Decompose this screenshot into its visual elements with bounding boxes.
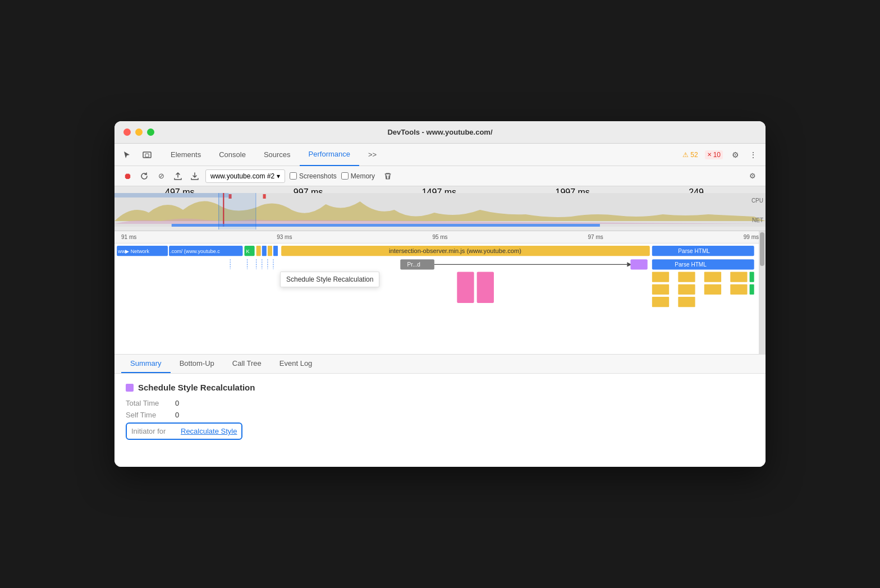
tab-sources[interactable]: Sources bbox=[255, 144, 300, 166]
svg-rect-19 bbox=[268, 246, 272, 256]
svg-rect-8 bbox=[218, 193, 255, 229]
svg-rect-44 bbox=[704, 272, 721, 282]
window-title: DevTools - www.youtube.com/ bbox=[387, 128, 492, 136]
record-button[interactable]: ⏺ bbox=[121, 170, 134, 182]
download-button[interactable] bbox=[189, 170, 201, 182]
timeline-overview[interactable]: 497 ms 997 ms 1497 ms 1997 ms 249 bbox=[114, 186, 766, 231]
svg-rect-42 bbox=[678, 272, 695, 282]
svg-rect-54 bbox=[730, 284, 747, 295]
error-badge[interactable]: ✕ 10 bbox=[705, 150, 723, 159]
tab-elements[interactable]: Elements bbox=[162, 144, 210, 166]
svg-rect-41 bbox=[671, 272, 676, 282]
settings-icon[interactable]: ⚙ bbox=[730, 149, 741, 160]
svg-rect-57 bbox=[671, 297, 676, 307]
maximize-button[interactable] bbox=[147, 128, 154, 136]
initiator-row: Initiator for Recalculate Style bbox=[126, 422, 242, 440]
self-time-label: Self Time bbox=[126, 411, 171, 419]
upload-button[interactable] bbox=[172, 170, 184, 182]
summary-content: Schedule Style Recalculation Total Time … bbox=[114, 374, 766, 449]
total-time-row: Total Time 0 bbox=[126, 399, 754, 407]
svg-rect-58 bbox=[678, 297, 695, 307]
svg-rect-45 bbox=[723, 272, 728, 282]
responsive-icon[interactable] bbox=[141, 149, 153, 160]
trash-icon[interactable] bbox=[382, 170, 394, 182]
memory-checkbox[interactable] bbox=[341, 172, 349, 180]
svg-rect-51 bbox=[698, 284, 702, 295]
initiator-link[interactable]: Recalculate Style bbox=[181, 427, 237, 435]
svg-rect-52 bbox=[704, 284, 721, 295]
svg-text:.com/ (www.youtube.c: .com/ (www.youtube.c bbox=[170, 249, 220, 254]
titlebar: DevTools - www.youtube.com/ bbox=[114, 121, 766, 144]
tab-performance[interactable]: Performance bbox=[300, 144, 359, 166]
svg-rect-56 bbox=[652, 297, 669, 307]
svg-rect-17 bbox=[256, 246, 261, 256]
scrollbar[interactable] bbox=[759, 231, 766, 354]
close-button[interactable] bbox=[123, 128, 131, 136]
initiator-label: Initiator for bbox=[131, 427, 176, 435]
svg-rect-1 bbox=[145, 154, 149, 157]
more-tabs[interactable]: >> bbox=[359, 144, 386, 166]
tab-event-log[interactable]: Event Log bbox=[271, 355, 322, 373]
tab-call-tree[interactable]: Call Tree bbox=[223, 355, 271, 373]
tick-99: 99 ms bbox=[744, 234, 759, 240]
svg-rect-38 bbox=[457, 272, 474, 304]
minimize-button[interactable] bbox=[135, 128, 143, 136]
devtools-window: DevTools - www.youtube.com/ Elements Con… bbox=[114, 121, 766, 467]
tab-console[interactable]: Console bbox=[210, 144, 255, 166]
svg-rect-50 bbox=[678, 284, 695, 295]
flame-chart[interactable]: 91 ms 93 ms 95 ms 97 ms 99 ms ww▶ Networ… bbox=[114, 231, 766, 355]
screenshots-checkbox-group: Screenshots bbox=[290, 172, 337, 180]
svg-rect-10 bbox=[255, 193, 256, 229]
svg-rect-39 bbox=[477, 272, 494, 304]
tick-93: 93 ms bbox=[277, 234, 292, 240]
main-toolbar: Elements Console Sources Performance >> … bbox=[114, 144, 766, 166]
error-icon: ✕ bbox=[707, 151, 712, 158]
svg-rect-55 bbox=[750, 284, 754, 295]
tick-95: 95 ms bbox=[432, 234, 447, 240]
clear-button[interactable]: ⊘ bbox=[155, 170, 167, 182]
ruler-ticks: 91 ms 93 ms 95 ms 97 ms 99 ms bbox=[117, 234, 763, 240]
summary-title: Schedule Style Recalculation bbox=[126, 383, 754, 392]
tab-bottom-up[interactable]: Bottom-Up bbox=[171, 355, 223, 373]
svg-rect-43 bbox=[698, 272, 702, 282]
svg-text:Pr...d: Pr...d bbox=[407, 261, 420, 268]
svg-rect-40 bbox=[652, 272, 669, 282]
self-time-row: Self Time 0 bbox=[126, 411, 754, 419]
tab-bar: Elements Console Sources Performance >> bbox=[162, 144, 673, 166]
total-time-label: Total Time bbox=[126, 399, 171, 407]
svg-rect-59 bbox=[698, 297, 702, 307]
warning-badge[interactable]: ⚠ 52 bbox=[682, 151, 698, 159]
svg-rect-9 bbox=[218, 193, 219, 229]
flame-ruler: 91 ms 93 ms 95 ms 97 ms 99 ms bbox=[114, 231, 766, 244]
svg-rect-49 bbox=[671, 284, 676, 295]
panel-settings-icon[interactable]: ⚙ bbox=[746, 170, 759, 182]
event-color-indicator bbox=[126, 384, 134, 392]
scrollbar-thumb[interactable] bbox=[760, 232, 764, 266]
url-select[interactable]: www.youtube.com #2 ▾ bbox=[205, 169, 285, 183]
cursor-icon[interactable] bbox=[121, 149, 132, 160]
refresh-button[interactable] bbox=[138, 170, 150, 182]
svg-text:intersection-observer.min.js (: intersection-observer.min.js (www.youtub… bbox=[389, 247, 521, 254]
self-time-value: 0 bbox=[175, 411, 179, 419]
svg-rect-48 bbox=[652, 284, 669, 295]
svg-rect-20 bbox=[273, 246, 278, 256]
screenshots-checkbox[interactable] bbox=[290, 172, 297, 180]
total-time-value: 0 bbox=[175, 399, 179, 407]
flame-svg: ww▶ Network .com/ (www.youtube.c K inter… bbox=[114, 244, 766, 354]
svg-rect-47 bbox=[750, 272, 754, 282]
svg-text:K: K bbox=[246, 249, 249, 254]
tick-97: 97 ms bbox=[588, 234, 603, 240]
sub-toolbar: ⏺ ⊘ www.youtube.com #2 ▾ Screenshots bbox=[114, 166, 766, 186]
tick-91: 91 ms bbox=[121, 234, 136, 240]
tab-summary[interactable]: Summary bbox=[121, 355, 171, 373]
flame-tooltip: Schedule Style Recalculation bbox=[280, 272, 379, 287]
cpu-label: CPU bbox=[751, 197, 763, 204]
svg-text:ww▶ Network: ww▶ Network bbox=[117, 249, 149, 254]
more-options-icon[interactable]: ⋮ bbox=[748, 149, 759, 160]
svg-rect-3 bbox=[114, 193, 229, 197]
flame-rows: ww▶ Network .com/ (www.youtube.c K inter… bbox=[114, 244, 766, 354]
svg-rect-46 bbox=[730, 272, 747, 282]
svg-text:Parse HTML: Parse HTML bbox=[675, 261, 707, 268]
net-label: NET bbox=[752, 217, 763, 223]
window-controls bbox=[123, 128, 154, 136]
